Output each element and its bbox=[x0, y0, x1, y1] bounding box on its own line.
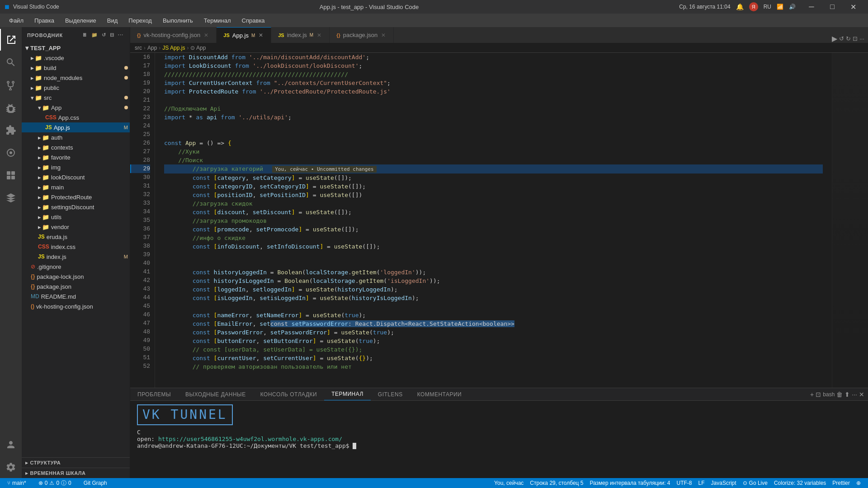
more-icon[interactable]: ··· bbox=[859, 35, 864, 42]
tree-item-favorite[interactable]: ▸ 📁 favorite bbox=[22, 152, 130, 162]
tree-item-auth[interactable]: ▸ 📁 auth bbox=[22, 132, 130, 142]
menu-view[interactable]: Вид bbox=[103, 15, 123, 26]
menu-help[interactable]: Справка bbox=[237, 15, 269, 26]
tab-close-button[interactable]: ✕ bbox=[203, 31, 209, 39]
tree-item-lookdiscount[interactable]: ▸ 📁 lookDiscount bbox=[22, 172, 130, 182]
status-prettier[interactable]: Prettier bbox=[830, 480, 853, 486]
split-terminal-icon[interactable]: ⊡ bbox=[816, 391, 821, 398]
status-tab-size[interactable]: Размер интервала табуляции: 4 bbox=[587, 480, 673, 486]
status-line-ending[interactable]: LF bbox=[696, 480, 708, 486]
tree-item-index-css[interactable]: CSS index.css bbox=[22, 242, 130, 252]
tree-item-app-folder[interactable]: ▾ 📁 App bbox=[22, 103, 130, 113]
maximize-panel-icon[interactable]: ⬆ bbox=[844, 391, 850, 398]
tab-vk-hosting[interactable]: {} vk-hosting-config.json ✕ bbox=[130, 27, 217, 43]
tree-item-eruda[interactable]: JS eruda.js bbox=[22, 232, 130, 242]
panel-tab-terminal[interactable]: ТЕРМИНАЛ bbox=[324, 388, 371, 400]
status-go-live[interactable]: ⊙ Go Live bbox=[740, 480, 770, 486]
tree-item-readme[interactable]: MD README.md bbox=[22, 291, 130, 301]
debug-icon[interactable] bbox=[0, 97, 22, 118]
forward-icon[interactable]: ↻ bbox=[846, 35, 851, 42]
tree-item-package-json[interactable]: {} package.json bbox=[22, 282, 130, 291]
tree-item-utils[interactable]: ▸ 📁 utils bbox=[22, 212, 130, 222]
tab-package-json[interactable]: {} package.json ✕ bbox=[330, 27, 394, 43]
refresh-icon[interactable]: ↺ bbox=[101, 31, 107, 39]
tree-item-build[interactable]: ▸ 📁 build bbox=[22, 63, 130, 73]
new-folder-icon[interactable]: 📁 bbox=[90, 31, 99, 39]
terminal-content[interactable]: VK TUNNEL C open: https://user546861255-… bbox=[130, 401, 868, 478]
tree-item-protected[interactable]: ▸ 📁 ProtectedRoute bbox=[22, 192, 130, 202]
more-panel-icon[interactable]: ··· bbox=[852, 391, 857, 398]
tree-item-vscode[interactable]: ▸ 📁 .vscode bbox=[22, 53, 130, 63]
account-icon[interactable] bbox=[0, 434, 22, 455]
tree-item-img[interactable]: ▸ 📁 img bbox=[22, 162, 130, 172]
extensions-icon[interactable] bbox=[0, 119, 22, 141]
close-button[interactable]: ✕ bbox=[843, 0, 863, 14]
tab-app-js[interactable]: JS App.js M ✕ bbox=[217, 27, 271, 43]
split-icon[interactable]: ⊡ bbox=[853, 35, 858, 42]
tree-item-contexts[interactable]: ▸ 📁 contexts bbox=[22, 142, 130, 152]
panel-tab-problems[interactable]: ПРОБЛЕМЫ bbox=[130, 389, 178, 400]
tree-item-app-css[interactable]: CSS App.css bbox=[22, 113, 130, 122]
tree-item-gitignore[interactable]: ⊘ .gitignore bbox=[22, 262, 130, 272]
status-colorize[interactable]: Colorize: 32 variables bbox=[771, 480, 829, 486]
settings-icon[interactable] bbox=[0, 456, 22, 478]
close-panel-icon[interactable]: ✕ bbox=[859, 391, 864, 398]
search-icon[interactable] bbox=[0, 52, 22, 73]
menu-selection[interactable]: Выделение bbox=[61, 15, 101, 26]
back-icon[interactable]: ↺ bbox=[839, 35, 844, 42]
menu-run[interactable]: Выполнить bbox=[158, 15, 198, 26]
trash-icon[interactable]: 🗑 bbox=[836, 391, 843, 398]
tab-close-button[interactable]: ✕ bbox=[316, 31, 322, 39]
breadcrumb-app[interactable]: App bbox=[147, 45, 157, 51]
code-editor[interactable]: import DiscountAdd from '../main/discoun… bbox=[155, 53, 832, 388]
status-uncommitted[interactable]: You, сейчас bbox=[491, 480, 526, 486]
status-git-graph[interactable]: Git Graph bbox=[81, 480, 110, 486]
tree-item-src[interactable]: ▾ 📁 src bbox=[22, 93, 130, 103]
status-cursor[interactable]: Строка 29, столбец 5 bbox=[527, 480, 586, 486]
status-language[interactable]: JavaScript bbox=[708, 480, 739, 486]
user-avatar[interactable]: Я bbox=[749, 2, 758, 11]
misc-icon2[interactable] bbox=[0, 187, 22, 209]
tree-item-main[interactable]: ▸ 📁 main bbox=[22, 182, 130, 192]
tree-item-public[interactable]: ▸ 📁 public bbox=[22, 83, 130, 93]
tab-close-button[interactable]: ✕ bbox=[380, 31, 387, 39]
panel-tab-debug[interactable]: КОНСОЛЬ ОТЛАДКИ bbox=[253, 389, 324, 400]
breadcrumb-src[interactable]: src bbox=[135, 45, 142, 51]
tree-item-vendor[interactable]: ▸ 📁 vendor bbox=[22, 222, 130, 232]
status-encoding[interactable]: UTF-8 bbox=[674, 480, 695, 486]
menu-edit[interactable]: Правка bbox=[30, 15, 59, 26]
run-icon[interactable]: ▶ bbox=[832, 34, 837, 43]
status-errors[interactable]: ⊗ 0 ⚠ 0 ⓘ 0 bbox=[36, 479, 74, 487]
panel-tab-gitlens[interactable]: GITLENS bbox=[371, 389, 410, 400]
timeline-header[interactable]: ▸ ВРЕМЕННАЯ ШКАЛА bbox=[22, 468, 130, 478]
tree-item-node-modules[interactable]: ▸ 📁 node_modules bbox=[22, 73, 130, 83]
tree-item-index-js[interactable]: JS index.js M bbox=[22, 252, 130, 262]
git-icon[interactable] bbox=[0, 74, 22, 96]
remote-icon[interactable] bbox=[0, 142, 22, 164]
tree-root[interactable]: ▾ TEST_APP bbox=[22, 43, 130, 53]
tab-close-button[interactable]: ✕ bbox=[258, 31, 264, 39]
restore-button[interactable]: □ bbox=[822, 0, 843, 14]
tab-index-js[interactable]: JS index.js M ✕ bbox=[271, 27, 330, 43]
new-file-icon[interactable]: 🗏 bbox=[81, 31, 89, 39]
minimize-button[interactable]: ─ bbox=[801, 0, 822, 14]
breadcrumb-symbol[interactable]: ⊙ App bbox=[190, 45, 206, 51]
misc-icon1[interactable] bbox=[0, 164, 22, 186]
panel-tab-comments[interactable]: КОММЕНТАРИИ bbox=[410, 389, 469, 400]
tree-item-vk-hosting[interactable]: () vk-hosting-config.json bbox=[22, 301, 130, 311]
tree-item-app-js[interactable]: JS App.js M bbox=[22, 122, 130, 132]
status-git[interactable]: ⑂ main* bbox=[5, 480, 29, 486]
collapse-icon[interactable]: ⊟ bbox=[109, 31, 115, 39]
notification-icon[interactable]: 🔔 bbox=[736, 3, 744, 10]
menu-goto[interactable]: Переход bbox=[124, 15, 156, 26]
menu-file[interactable]: Файл bbox=[5, 15, 28, 26]
menu-terminal[interactable]: Терминал bbox=[199, 15, 236, 26]
status-live-share[interactable]: ⊕ bbox=[854, 480, 863, 486]
tree-item-package-lock[interactable]: {} package-lock.json bbox=[22, 272, 130, 282]
more-icon[interactable]: ··· bbox=[117, 31, 124, 39]
panel-tab-output[interactable]: ВЫХОДНЫЕ ДАННЫЕ bbox=[178, 389, 253, 400]
breadcrumb-appjs[interactable]: JS App.js bbox=[162, 45, 185, 51]
tree-item-settings-discount[interactable]: ▸ 📁 settingsDiscount bbox=[22, 202, 130, 212]
structure-header[interactable]: ▸ СТРУКТУРА bbox=[22, 458, 130, 468]
explorer-icon[interactable] bbox=[0, 29, 22, 51]
